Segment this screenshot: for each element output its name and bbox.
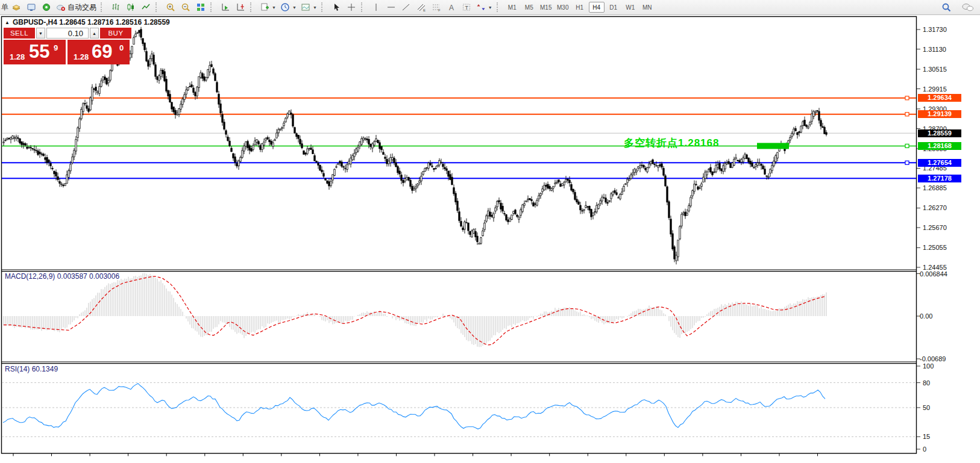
- trendline-button[interactable]: [399, 1, 413, 13]
- price-tick-label: 1.30515: [923, 66, 947, 73]
- volume-decrease-button[interactable]: ▼: [36, 28, 45, 39]
- auto-scroll-button[interactable]: [218, 1, 233, 13]
- zoom-in-icon: [166, 2, 175, 12]
- price-level-badge: 1.27178: [918, 175, 961, 182]
- autotrade-button[interactable]: 自动交易: [54, 1, 98, 13]
- chart-title: ▲ GBPUSD-,H4 1.28645 1.28716 1.28516 1.2…: [5, 18, 170, 26]
- sell-button[interactable]: SELL: [4, 28, 35, 39]
- clock-icon: [280, 2, 290, 12]
- zoom-out-icon: [181, 2, 190, 12]
- price-tick-label: 1.25670: [923, 224, 947, 231]
- fibonacci-icon: F: [432, 2, 441, 12]
- timeframe-W1[interactable]: W1: [623, 2, 638, 13]
- price-level-badge: 1.29139: [918, 110, 961, 118]
- search-icon: [941, 2, 952, 13]
- sell-price-pips: 55: [29, 41, 49, 63]
- toolbar-grip: [321, 2, 327, 12]
- price-level-badge: 1.28168: [918, 142, 961, 150]
- vertical-line-button[interactable]: [369, 1, 383, 13]
- bar-chart-button[interactable]: [108, 1, 123, 13]
- rsi-tick-label: 0: [923, 446, 926, 453]
- timeframe-MN[interactable]: MN: [639, 2, 655, 13]
- timeframe-H4[interactable]: H4: [589, 2, 605, 13]
- sell-price-prefix: 1.28: [10, 52, 25, 61]
- chart-shift-button[interactable]: [233, 1, 248, 13]
- candlestick-chart-button[interactable]: [124, 1, 138, 13]
- rsi-label: RSI(14) 60.1349: [5, 365, 58, 373]
- chat-icon: [961, 2, 975, 13]
- gold-book-icon: [11, 2, 21, 12]
- macd-tick-label: -0.00689: [920, 355, 946, 362]
- timeframe-M5[interactable]: M5: [521, 2, 537, 13]
- toolbar-grip: [361, 2, 366, 12]
- monitor-icon: [27, 2, 36, 12]
- timeframe-M30[interactable]: M30: [555, 2, 571, 13]
- rsi-tick-label: 50: [923, 404, 930, 411]
- price-tick-label: 1.31130: [923, 46, 946, 53]
- periods-button[interactable]: ▼: [278, 1, 298, 13]
- toolbar-grip: [101, 2, 106, 12]
- volume-field[interactable]: 0.10: [46, 28, 89, 39]
- timeframe-D1[interactable]: D1: [606, 2, 621, 13]
- line-chart-button[interactable]: [139, 1, 153, 13]
- svg-text:T: T: [465, 5, 468, 11]
- toolbar-grip: [250, 2, 256, 12]
- signal-icon: [42, 2, 51, 12]
- sell-price-point: 9: [54, 43, 58, 52]
- rsi-tick-label: 80: [923, 379, 930, 387]
- volume-increase-button[interactable]: ▲: [90, 28, 99, 39]
- one-click-trading-panel: SELL ▼ 0.10 ▲ BUY 1.28 55 9 1.28 69 0: [4, 28, 131, 64]
- buy-button[interactable]: BUY: [100, 28, 131, 39]
- crosshair-icon: [347, 2, 356, 12]
- trendline-icon: [401, 2, 411, 12]
- indicators-button[interactable]: ▼: [258, 1, 278, 13]
- signals-button[interactable]: [39, 1, 54, 13]
- arrows-button[interactable]: ▼: [474, 1, 494, 13]
- autotrade-cloud-icon: [56, 2, 66, 12]
- macd-label: MACD(12,26,9) 0.003587 0.003006: [5, 272, 119, 281]
- zoom-out-button[interactable]: [178, 1, 193, 13]
- indicators-icon: [260, 2, 269, 12]
- price-level-badge: 1.27654: [918, 159, 961, 167]
- macd-tick-label: 0.006844: [920, 270, 947, 278]
- ohlc-text: GBPUSD-,H4 1.28645 1.28716 1.28516 1.285…: [13, 18, 170, 26]
- svg-text:E: E: [423, 8, 426, 12]
- zoom-in-button[interactable]: [163, 1, 178, 13]
- horizontal-line-button[interactable]: [384, 1, 398, 13]
- chart-canvas[interactable]: [0, 0, 980, 463]
- toolbar-grip: [497, 2, 502, 12]
- new-order-label[interactable]: 单: [1, 2, 8, 13]
- crosshair-button[interactable]: [344, 1, 359, 13]
- buy-price-prefix: 1.28: [74, 52, 89, 61]
- collapse-panel-icon[interactable]: ▲: [5, 20, 10, 25]
- timeframe-M15[interactable]: M15: [538, 2, 554, 13]
- sell-price-button[interactable]: 1.28 55 9: [4, 40, 66, 64]
- fibonacci-button[interactable]: F: [429, 1, 444, 13]
- price-level-badge: 1.29634: [918, 94, 961, 102]
- buy-price-button[interactable]: 1.28 69 0: [68, 40, 130, 64]
- history-center-button[interactable]: [9, 1, 24, 13]
- timeframe-M1[interactable]: M1: [504, 2, 520, 13]
- timeframe-H1[interactable]: H1: [572, 2, 588, 13]
- cursor-button[interactable]: [329, 1, 344, 13]
- text-a-icon: A: [447, 2, 456, 12]
- buy-price-pips: 69: [92, 41, 112, 63]
- toolbar-grip: [210, 2, 216, 12]
- text-label-button[interactable]: T: [459, 1, 474, 13]
- rsi-tick-label: 15: [923, 433, 930, 440]
- new-chart-button[interactable]: [24, 1, 39, 13]
- search-button[interactable]: [939, 1, 953, 13]
- chart-window: ▲ GBPUSD-,H4 1.28645 1.28716 1.28516 1.2…: [0, 0, 980, 463]
- cursor-icon: [331, 2, 341, 12]
- chevron-down-icon: ▼: [272, 5, 276, 10]
- templates-button[interactable]: ▼: [299, 1, 319, 13]
- text-button[interactable]: A: [444, 1, 459, 13]
- arrows-icon: [476, 2, 486, 12]
- line-chart-icon: [141, 2, 151, 12]
- chat-button[interactable]: [960, 1, 976, 13]
- main-toolbar: 单 自动交易 ▼ ▼: [0, 0, 980, 15]
- price-tick-label: 1.25055: [923, 244, 947, 251]
- tile-windows-button[interactable]: [193, 1, 208, 13]
- chart-shift-icon: [236, 2, 245, 12]
- channel-button[interactable]: E: [414, 1, 429, 13]
